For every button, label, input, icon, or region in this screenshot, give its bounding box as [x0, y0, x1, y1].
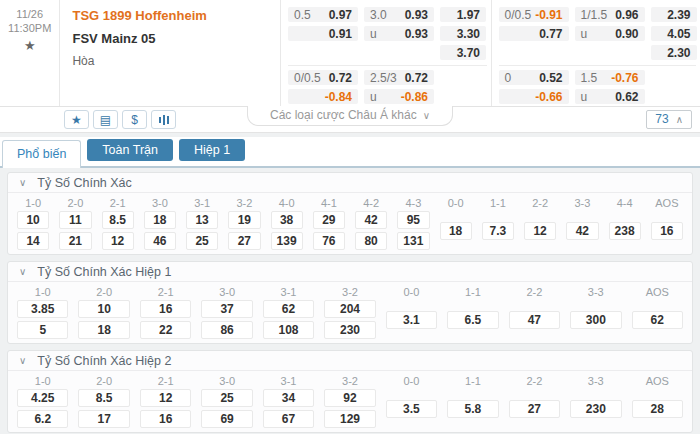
- score-label: 2-0: [54, 196, 96, 210]
- hdp-away-odds[interactable]: 0.77: [499, 26, 569, 41]
- score-odds-cell[interactable]: 13: [186, 211, 218, 229]
- score-odds-cell[interactable]: 16: [651, 222, 683, 240]
- score-label: 2-0: [73, 285, 134, 299]
- score-odds-cell[interactable]: 8.5: [78, 389, 129, 407]
- score-odds-cell[interactable]: 17: [78, 410, 129, 428]
- score-odds-cell[interactable]: 7.3: [482, 222, 514, 240]
- score-odds-cell[interactable]: 204: [324, 300, 375, 318]
- score-odds-cell[interactable]: 3.1: [386, 311, 437, 329]
- score-odds-cell[interactable]: 6.5: [447, 311, 498, 329]
- score-odds-cell[interactable]: 34: [263, 389, 314, 407]
- score-odds-cell[interactable]: 300: [570, 311, 621, 329]
- score-odds-cell[interactable]: 6.2: [17, 410, 68, 428]
- score-odds-cell[interactable]: 29: [313, 211, 345, 229]
- odds-group-2: 0/0.5 -0.91 1/1.5 0.96 2.39 0.77 u 0.90: [491, 0, 700, 106]
- score-odds-cell[interactable]: 28: [632, 400, 683, 418]
- score-odds-cell[interactable]: 76: [313, 232, 345, 250]
- score-odds-cell[interactable]: 129: [324, 410, 375, 428]
- stats-chart-icon[interactable]: [151, 110, 176, 129]
- score-odds-cell[interactable]: 38: [271, 211, 303, 229]
- 1x2-draw-odds[interactable]: 2.30: [651, 45, 697, 60]
- score-odds-cell[interactable]: 19: [228, 211, 260, 229]
- score-odds-cell[interactable]: 108: [263, 321, 314, 339]
- score-odds-cell[interactable]: 12: [524, 222, 556, 240]
- favorite-star-icon[interactable]: ★: [0, 39, 59, 53]
- chevron-down-icon[interactable]: ∨: [19, 266, 26, 277]
- score-odds-cell[interactable]: 4.25: [17, 389, 68, 407]
- score-odds-cell[interactable]: 18: [144, 211, 176, 229]
- ou-over-odds[interactable]: 1/1.5 0.96: [575, 7, 645, 22]
- score-odds-cell[interactable]: 131: [397, 232, 429, 250]
- 1x2-draw-odds[interactable]: 3.70: [440, 45, 486, 60]
- hdp2-away-odds[interactable]: -0.66: [499, 89, 569, 104]
- score-odds-cell[interactable]: 47: [509, 311, 560, 329]
- score-odds-cell[interactable]: 80: [355, 232, 387, 250]
- ou2-over-odds[interactable]: 1.5 -0.76: [575, 70, 645, 85]
- score-odds-cell[interactable]: 27: [228, 232, 260, 250]
- hdp2-home-odds[interactable]: 0 0.52: [499, 70, 569, 85]
- chevron-down-icon[interactable]: ∨: [19, 177, 26, 188]
- ou2-over-odds[interactable]: 2.5/3 0.72: [364, 70, 434, 85]
- ou-under-odds[interactable]: u 0.90: [575, 26, 645, 41]
- score-odds-cell[interactable]: 37: [201, 300, 252, 318]
- score-odds-cell[interactable]: 69: [201, 410, 252, 428]
- score-odds-cell[interactable]: 10: [78, 300, 129, 318]
- hdp-home-odds[interactable]: 0/0.5 -0.91: [499, 7, 569, 22]
- score-odds-cell[interactable]: 42: [355, 211, 387, 229]
- tab-pho-bien[interactable]: Phổ biến: [2, 140, 81, 168]
- score-odds-cell[interactable]: 27: [509, 400, 560, 418]
- bet-slip-icon[interactable]: ▤: [93, 110, 118, 129]
- 1x2-away-odds[interactable]: 4.05: [651, 26, 697, 41]
- market-count-button[interactable]: 73∧: [646, 110, 692, 129]
- score-odds-cell[interactable]: 16: [140, 300, 191, 318]
- score-odds-cell[interactable]: 139: [271, 232, 303, 250]
- ou-over-odds[interactable]: 3.0 0.93: [364, 7, 434, 22]
- score-odds-cell[interactable]: 22: [140, 321, 191, 339]
- ou2-under-odds[interactable]: u 0.62: [575, 89, 645, 104]
- score-odds-cell[interactable]: 95: [397, 211, 429, 229]
- score-column-1-1: 1-17.3: [477, 196, 519, 250]
- tab-toan-tran[interactable]: Toàn Trận: [87, 139, 173, 161]
- score-odds-cell[interactable]: 62: [263, 300, 314, 318]
- score-odds-cell[interactable]: 62: [632, 311, 683, 329]
- score-odds-cell[interactable]: 230: [324, 321, 375, 339]
- score-odds-cell[interactable]: 3.5: [386, 400, 437, 418]
- ou-under-odds[interactable]: u 0.93: [364, 26, 434, 41]
- score-column-2-1: 2-18.512: [97, 196, 139, 250]
- hdp2-home-odds[interactable]: 0/0.5 0.72: [288, 70, 358, 85]
- more-markets-button[interactable]: Các loại cược Châu Á khác∨: [247, 106, 453, 126]
- chevron-down-icon[interactable]: ∨: [19, 355, 26, 366]
- score-odds-cell[interactable]: 67: [263, 410, 314, 428]
- 1x2-away-odds[interactable]: 3.30: [440, 26, 486, 41]
- hdp-away-odds[interactable]: 0.91: [288, 26, 358, 41]
- score-odds-cell[interactable]: 12: [140, 389, 191, 407]
- hdp-home-odds[interactable]: 0.5 0.97: [288, 7, 358, 22]
- score-odds-cell[interactable]: 11: [59, 211, 91, 229]
- 1x2-home-odds[interactable]: 2.39: [651, 7, 697, 22]
- score-odds-cell[interactable]: 3.85: [17, 300, 68, 318]
- score-odds-cell[interactable]: 86: [201, 321, 252, 339]
- score-odds-cell[interactable]: 10: [17, 211, 49, 229]
- score-odds-cell[interactable]: 230: [570, 400, 621, 418]
- cash-odds-icon[interactable]: $: [122, 110, 147, 129]
- score-odds-cell[interactable]: 16: [140, 410, 191, 428]
- score-odds-cell[interactable]: 8.5: [102, 211, 134, 229]
- tab-hiep-1[interactable]: Hiệp 1: [179, 139, 245, 161]
- ou2-under-odds[interactable]: u -0.86: [364, 89, 434, 104]
- score-odds-cell[interactable]: 238: [609, 222, 641, 240]
- score-odds-cell[interactable]: 25: [201, 389, 252, 407]
- score-odds-cell[interactable]: 5.8: [447, 400, 498, 418]
- score-odds-cell[interactable]: 14: [17, 232, 49, 250]
- score-odds-cell[interactable]: 5: [17, 321, 68, 339]
- score-odds-cell[interactable]: 18: [78, 321, 129, 339]
- 1x2-home-odds[interactable]: 1.97: [440, 7, 486, 22]
- score-odds-cell[interactable]: 18: [440, 222, 472, 240]
- score-odds-cell[interactable]: 12: [102, 232, 134, 250]
- score-odds-cell[interactable]: 46: [144, 232, 176, 250]
- score-odds-cell[interactable]: 42: [566, 222, 598, 240]
- score-odds-cell[interactable]: 25: [186, 232, 218, 250]
- score-odds-cell[interactable]: 21: [59, 232, 91, 250]
- score-odds-cell[interactable]: 92: [324, 389, 375, 407]
- favorite-star-icon[interactable]: ★: [64, 110, 89, 129]
- hdp2-away-odds[interactable]: -0.84: [288, 89, 358, 104]
